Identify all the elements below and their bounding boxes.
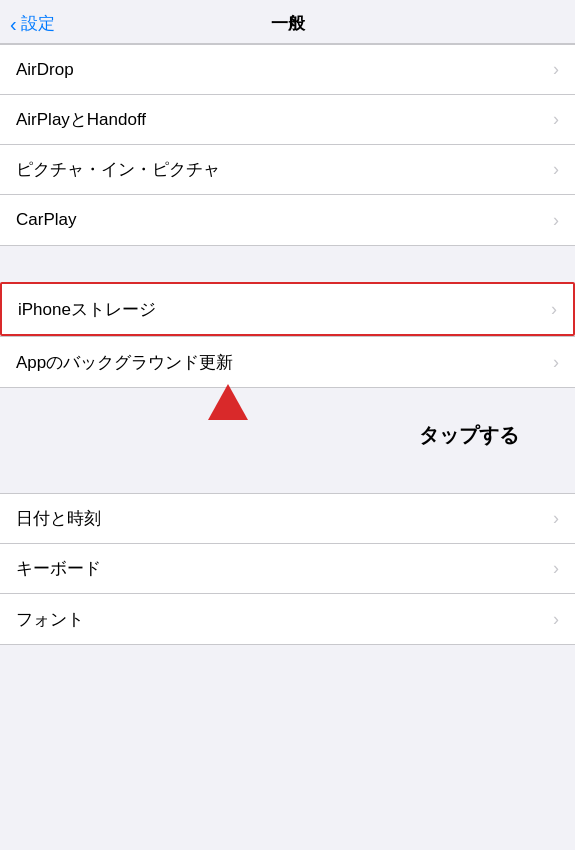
section-gap-1 (0, 246, 575, 282)
back-chevron-icon: ‹ (10, 14, 17, 34)
back-label: 設定 (21, 12, 55, 35)
annotation-row: タップする (0, 388, 575, 457)
chevron-right-icon: › (553, 558, 559, 579)
chevron-right-icon: › (553, 609, 559, 630)
carplay-label: CarPlay (16, 210, 76, 230)
navigation-bar: ‹ 設定 一般 (0, 0, 575, 44)
section-4: 日付と時刻 › キーボード › フォント › (0, 493, 575, 645)
iphone-storage-section: iPhoneストレージ › (0, 282, 575, 336)
arrow-up-icon (208, 384, 248, 420)
airplay-handoff-label: AirPlayとHandoff (16, 108, 146, 131)
chevron-right-icon: › (553, 508, 559, 529)
annotation-container: タップする (0, 388, 575, 457)
chevron-right-icon: › (553, 59, 559, 80)
carplay-item[interactable]: CarPlay › (0, 195, 575, 245)
chevron-right-icon: › (553, 210, 559, 231)
pip-label: ピクチャ・イン・ピクチャ (16, 158, 220, 181)
iphone-storage-label: iPhoneストレージ (18, 298, 156, 321)
keyboard-label: キーボード (16, 557, 101, 580)
section-3: Appのバックグラウンド更新 › (0, 336, 575, 388)
fonts-item[interactable]: フォント › (0, 594, 575, 644)
date-time-item[interactable]: 日付と時刻 › (0, 494, 575, 544)
date-time-label: 日付と時刻 (16, 507, 101, 530)
tap-label: タップする (419, 422, 519, 449)
chevron-right-icon: › (551, 299, 557, 320)
pip-item[interactable]: ピクチャ・イン・ピクチャ › (0, 145, 575, 195)
bg-refresh-label: Appのバックグラウンド更新 (16, 351, 233, 374)
iphone-storage-item[interactable]: iPhoneストレージ › (2, 284, 573, 334)
airdrop-item[interactable]: AirDrop › (0, 45, 575, 95)
chevron-right-icon: › (553, 159, 559, 180)
back-button[interactable]: ‹ 設定 (10, 12, 55, 35)
bg-refresh-item[interactable]: Appのバックグラウンド更新 › (0, 337, 575, 387)
airdrop-label: AirDrop (16, 60, 74, 80)
fonts-label: フォント (16, 608, 84, 631)
section-1: AirDrop › AirPlayとHandoff › ピクチャ・イン・ピクチャ… (0, 44, 575, 246)
chevron-right-icon: › (553, 352, 559, 373)
keyboard-item[interactable]: キーボード › (0, 544, 575, 594)
section-gap-2 (0, 457, 575, 493)
airplay-handoff-item[interactable]: AirPlayとHandoff › (0, 95, 575, 145)
page-title: 一般 (271, 12, 305, 35)
chevron-right-icon: › (553, 109, 559, 130)
